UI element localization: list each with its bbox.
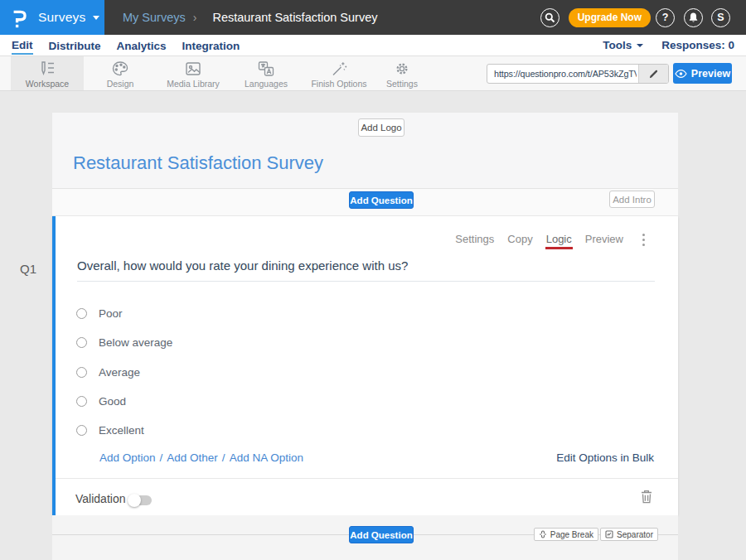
menu-item-edit[interactable]: Edit (12, 36, 33, 55)
chevron-down-icon (93, 16, 99, 20)
answer-option-row[interactable]: Average (76, 366, 140, 379)
answer-option-row[interactable]: Good (76, 395, 126, 408)
link-separator: / (222, 451, 225, 464)
toolbar-item-label: Media Library (167, 79, 220, 89)
separator-label: Separator (617, 530, 653, 539)
answer-option-row[interactable]: Below average (76, 336, 172, 349)
divider (56, 478, 678, 479)
add-question-button-top[interactable]: Add Question (349, 191, 414, 209)
breadcrumb-current: Restaurant Satisfaction Survey (212, 11, 377, 24)
answer-option-label[interactable]: Average (99, 366, 140, 379)
breadcrumb-separator-icon: › (193, 11, 197, 24)
share-url-input[interactable] (487, 65, 638, 83)
radio-button-icon[interactable] (76, 425, 87, 436)
breadcrumb-parent[interactable]: My Surveys (123, 11, 186, 24)
answer-option-label[interactable]: Good (99, 395, 126, 408)
question-text[interactable]: Overall, how would you rate your dining … (77, 258, 655, 282)
upgrade-now-button[interactable]: Upgrade Now (569, 8, 651, 27)
question-block: Settings Copy Logic Preview Overall, how… (52, 216, 678, 515)
question-action-logic[interactable]: Logic (546, 233, 572, 245)
workspace-canvas: Q1 Add Logo Restaurant Satisfaction Surv… (0, 91, 746, 560)
card-footer: Add Question Page Break Separator (52, 515, 678, 560)
preview-button[interactable]: Preview (673, 63, 732, 84)
gear-icon (393, 60, 411, 77)
validation-label: Validation (75, 492, 125, 505)
menu-right: Tools Responses: 0 (603, 39, 734, 51)
add-question-bar: Add Question Add Intro (52, 189, 678, 216)
product-name: Surveys (38, 10, 85, 25)
answer-option-row[interactable]: Excellent (76, 424, 144, 437)
breadcrumb: My Surveys › Restaurant Satisfaction Sur… (123, 11, 378, 24)
edit-toolbar: Workspace Design Media Library Languages… (0, 56, 746, 91)
notifications-bell-icon[interactable] (684, 8, 703, 27)
survey-title[interactable]: Restaurant Satisfaction Survey (73, 152, 323, 174)
toolbar-item-settings[interactable]: Settings (375, 56, 429, 90)
add-na-option-link[interactable]: Add NA Option (230, 451, 303, 464)
answer-option-label[interactable]: Poor (99, 307, 123, 320)
image-icon (184, 60, 202, 77)
separator-button[interactable]: Separator (600, 528, 658, 541)
survey-menu: Edit Distribute Analytics Integration To… (0, 35, 746, 56)
toolbar-item-label: Workspace (26, 79, 69, 89)
tools-label: Tools (603, 39, 632, 51)
wand-icon (330, 60, 348, 77)
toolbar-item-label: Finish Options (311, 79, 366, 89)
topbar-actions: Upgrade Now ? S (540, 0, 730, 35)
radio-button-icon[interactable] (76, 396, 87, 407)
toolbar-item-languages[interactable]: Languages (230, 56, 303, 90)
link-separator: / (160, 451, 163, 464)
toolbar-item-workspace[interactable]: Workspace (11, 56, 84, 90)
account-avatar[interactable]: S (711, 8, 730, 27)
topbar: Surveys My Surveys › Restaurant Satisfac… (0, 0, 746, 35)
survey-card: Add Logo Restaurant Satisfaction Survey … (52, 113, 678, 560)
delete-question-trash-icon[interactable] (641, 490, 652, 507)
add-other-link[interactable]: Add Other (167, 451, 218, 464)
question-action-copy[interactable]: Copy (507, 233, 532, 245)
add-logo-button[interactable]: Add Logo (358, 118, 404, 137)
page-break-label: Page Break (550, 530, 593, 539)
option-links: Add Option/Add Other/Add NA Option (99, 451, 303, 464)
toolbar-item-label: Settings (386, 79, 418, 89)
translate-icon (257, 60, 275, 77)
toolbar-item-label: Languages (245, 79, 288, 89)
share-url-field (487, 64, 669, 84)
toolbar-item-design[interactable]: Design (84, 56, 157, 90)
add-option-link[interactable]: Add Option (99, 451, 156, 464)
answer-option-row[interactable]: Poor (76, 307, 123, 320)
page-break-icon (539, 530, 547, 538)
tools-dropdown[interactable]: Tools (603, 39, 643, 51)
radio-button-icon[interactable] (76, 308, 87, 319)
more-options-dots-icon[interactable] (642, 232, 645, 248)
answer-option-label[interactable]: Excellent (99, 424, 144, 437)
question-actions: Settings Copy Logic Preview (442, 233, 623, 245)
separator-icon (605, 530, 613, 538)
answer-option-label[interactable]: Below average (99, 336, 172, 349)
palette-icon (111, 60, 129, 77)
responses-count[interactable]: Responses: 0 (661, 39, 734, 51)
edit-url-pencil-icon[interactable] (638, 65, 668, 83)
survey-header: Add Logo Restaurant Satisfaction Survey (52, 113, 678, 189)
radio-button-icon[interactable] (76, 337, 87, 348)
caret-down-icon (637, 44, 643, 47)
menu-item-distribute[interactable]: Distribute (49, 37, 101, 54)
question-action-settings[interactable]: Settings (455, 233, 494, 245)
toolbar-item-media-library[interactable]: Media Library (157, 56, 230, 90)
search-icon[interactable] (540, 8, 560, 27)
question-number: Q1 (20, 262, 36, 276)
radio-button-icon[interactable] (76, 367, 87, 378)
menu-item-integration[interactable]: Integration (182, 37, 240, 54)
question-action-preview[interactable]: Preview (585, 233, 623, 245)
workspace-icon (38, 60, 56, 77)
product-switcher[interactable]: Surveys (0, 0, 104, 35)
add-question-button-bottom[interactable]: Add Question (349, 526, 414, 543)
page-break-button[interactable]: Page Break (534, 528, 598, 541)
help-icon[interactable]: ? (656, 8, 675, 27)
edit-options-in-bulk-link[interactable]: Edit Options in Bulk (556, 451, 654, 464)
menu-item-analytics[interactable]: Analytics (117, 37, 167, 54)
eye-icon (675, 70, 687, 78)
toolbar-item-finish-options[interactable]: Finish Options (303, 56, 375, 90)
add-intro-button[interactable]: Add Intro (609, 191, 655, 208)
toolbar-item-label: Design (107, 79, 134, 89)
validation-toggle[interactable] (128, 495, 152, 505)
preview-label: Preview (691, 68, 730, 80)
